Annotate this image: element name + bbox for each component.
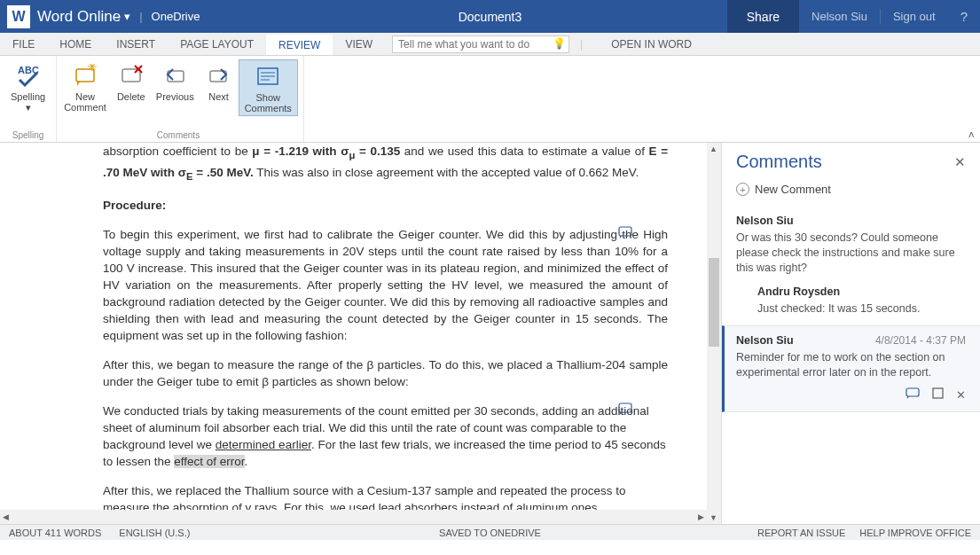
comment-indicator-icon[interactable] (618, 403, 632, 415)
help-icon[interactable]: ? (948, 0, 980, 33)
vertical-scrollbar[interactable]: ▲ ▼ (707, 143, 721, 524)
group-spelling: ABC Spelling▾ Spelling (0, 56, 57, 142)
ribbon-tabs: FILE HOME INSERT PAGE LAYOUT REVIEW VIEW… (0, 33, 980, 56)
comment-author: Nelson Siu (736, 214, 966, 229)
svg-text:✳: ✳ (87, 64, 98, 74)
resolve-icon[interactable] (932, 387, 944, 403)
close-icon[interactable]: ✕ (954, 154, 966, 170)
report-issue-link[interactable]: REPORT AN ISSUE (757, 528, 845, 538)
word-count[interactable]: ABOUT 411 WORDS (9, 528, 101, 538)
collapse-ribbon-icon[interactable]: ᴧ (968, 129, 975, 140)
breadcrumb-onedrive[interactable]: OneDrive (152, 10, 200, 23)
tab-insert[interactable]: INSERT (104, 33, 168, 55)
titlebar: W Word Online ▾ | OneDrive Document3 Sha… (0, 0, 980, 33)
tab-file[interactable]: FILE (0, 33, 47, 55)
horizontal-scrollbar[interactable]: ◀ ▶ (0, 510, 707, 524)
scroll-down-icon[interactable]: ▼ (710, 513, 717, 522)
comment-body: Reminder for me to work on the section o… (736, 350, 966, 380)
scroll-thumb[interactable] (709, 258, 719, 347)
delete-comment-button[interactable]: Delete (112, 59, 151, 116)
comment-body: Or was this 30 seconds? Could someone pl… (736, 231, 966, 276)
open-in-word-link[interactable]: OPEN IN WORD (611, 38, 692, 51)
comment-timestamp: 4/8/2014 - 4:37 PM (875, 333, 966, 348)
app-name: Word Online (37, 8, 121, 26)
status-bar: ABOUT 411 WORDS ENGLISH (U.S.) SAVED TO … (0, 524, 980, 540)
selected-text[interactable]: effect of error (174, 455, 244, 468)
word-app-icon: W (7, 5, 30, 28)
show-comments-button[interactable]: Show Comments (239, 59, 298, 116)
share-button[interactable]: Share (727, 0, 799, 33)
comment-body: Just checked: It was 15 seconds. (757, 301, 966, 317)
svg-rect-14 (906, 388, 919, 396)
delete-icon (117, 61, 145, 90)
new-comment-button[interactable]: ✳ New Comment (59, 59, 112, 116)
comments-pane: Comments ✕ + New Comment Nelson Siu Or w… (722, 143, 980, 524)
user-name[interactable]: Nelson Siu (799, 0, 880, 33)
document-body[interactable]: absorption coefficient to be μ = -1.219 … (0, 143, 721, 516)
work-area: absorption coefficient to be μ = -1.219 … (0, 143, 980, 524)
comment-thread-selected[interactable]: 4/8/2014 - 4:37 PM Nelson Siu Reminder f… (722, 325, 980, 412)
tab-home[interactable]: HOME (47, 33, 104, 55)
tab-review[interactable]: REVIEW (266, 33, 333, 55)
svg-rect-13 (619, 403, 631, 412)
previous-comment-button[interactable]: Previous (151, 59, 200, 116)
document-pane: absorption coefficient to be μ = -1.219 … (0, 143, 722, 524)
ribbon: ABC Spelling▾ Spelling ✳ New Comment Del… (0, 56, 980, 143)
next-comment-button[interactable]: Next (200, 59, 239, 116)
comment-author: Andru Roysden (757, 285, 966, 300)
new-comment-link[interactable]: + New Comment (722, 179, 980, 207)
comment-thread[interactable]: Nelson Siu Or was this 30 seconds? Could… (722, 207, 980, 325)
scroll-up-icon[interactable]: ▲ (710, 145, 717, 153)
scroll-left-icon[interactable]: ◀ (3, 512, 9, 521)
comments-title: Comments (736, 152, 822, 172)
tab-pagelayout[interactable]: PAGE LAYOUT (168, 33, 266, 55)
show-comments-icon (254, 62, 282, 90)
language-status[interactable]: ENGLISH (U.S.) (119, 528, 190, 538)
save-status: SAVED TO ONEDRIVE (439, 528, 541, 538)
svg-rect-15 (933, 388, 943, 398)
previous-icon (161, 61, 189, 90)
chevron-down-icon[interactable]: ▾ (124, 10, 130, 23)
delete-comment-icon[interactable]: ✕ (956, 387, 966, 403)
comment-indicator-icon[interactable] (618, 226, 632, 238)
spelling-button[interactable]: ABC Spelling▾ (5, 59, 51, 114)
next-icon (205, 61, 233, 90)
group-comments: ✳ New Comment Delete Previous Next Show … (57, 56, 304, 142)
spelling-icon: ABC (14, 61, 43, 90)
lightbulb-icon: 💡 (553, 37, 566, 50)
help-improve-link[interactable]: HELP IMPROVE OFFICE (859, 528, 971, 538)
reply-icon[interactable] (906, 387, 920, 403)
tell-me-input[interactable] (392, 35, 569, 53)
sign-out-link[interactable]: Sign out (881, 0, 948, 33)
plus-circle-icon: + (736, 183, 749, 196)
scroll-right-icon[interactable]: ▶ (698, 512, 704, 521)
tab-view[interactable]: VIEW (333, 33, 385, 55)
svg-rect-12 (619, 227, 631, 236)
new-comment-icon: ✳ (71, 61, 99, 90)
document-title[interactable]: Document3 (459, 10, 522, 24)
